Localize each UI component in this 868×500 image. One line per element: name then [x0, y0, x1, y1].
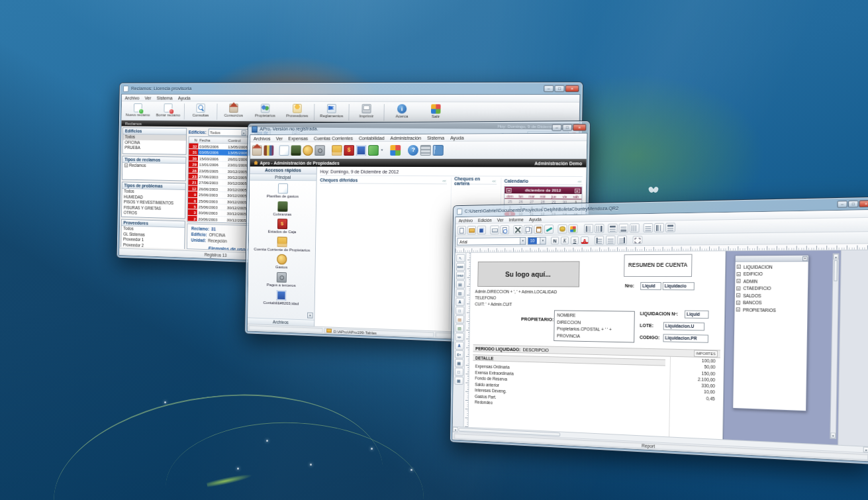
- windows-button[interactable]: [568, 224, 577, 233]
- maximize-button[interactable]: □: [562, 124, 572, 130]
- underline-button[interactable]: S: [571, 236, 579, 244]
- tree-item-saldos[interactable]: +SALDOS: [735, 292, 808, 300]
- menu-informe[interactable]: Informe: [509, 217, 524, 223]
- memo-tool[interactable]: □: [456, 307, 464, 315]
- paste-button[interactable]: [534, 225, 543, 234]
- windows-icon[interactable]: [391, 145, 401, 156]
- expand-icon[interactable]: +: [736, 308, 740, 312]
- menu-ver[interactable]: Ver: [497, 217, 504, 223]
- close-button[interactable]: ×: [565, 85, 579, 92]
- collapse-icon[interactable]: <<: [492, 179, 497, 183]
- close-icon[interactable]: ×: [802, 256, 808, 260]
- dbimage-tool[interactable]: ▦: [454, 359, 463, 368]
- menu-ayuda[interactable]: Ayuda: [529, 216, 542, 222]
- sidebar-item-planillas[interactable]: Planillas de gastos: [250, 183, 316, 199]
- telefono-field[interactable]: TELEFONO: [475, 295, 496, 300]
- tree-item[interactable]: +Reclamos: [122, 163, 185, 170]
- expand-icon[interactable]: +: [124, 164, 128, 168]
- menu-cuentas-corrientes[interactable]: Cuentas Corrientes: [314, 135, 353, 141]
- cuit-field[interactable]: CUIT: ' + Admin.CUIT: [475, 302, 512, 307]
- tree-window-titlebar[interactable]: ×: [736, 256, 808, 262]
- maximize-button[interactable]: □: [848, 200, 859, 207]
- sidebar-item-estados-caja[interactable]: Estados de Caja: [249, 219, 316, 234]
- calendar-prev-icon[interactable]: ◄: [506, 187, 511, 192]
- menu-archivo[interactable]: Archivo: [459, 217, 473, 223]
- library-icon[interactable]: [264, 145, 273, 156]
- nro-field-2[interactable]: Liquidacio: [663, 282, 695, 290]
- subdetail-band-tool[interactable]: ▥: [456, 289, 464, 297]
- scroll-up-icon[interactable]: ▲: [834, 254, 839, 259]
- new-claim-button[interactable]: Nuevo reclamo: [122, 102, 153, 117]
- menu-expensas[interactable]: Expensas: [288, 135, 308, 141]
- calendar-next-icon[interactable]: ►: [575, 188, 581, 193]
- coin-icon[interactable]: [303, 145, 313, 156]
- chevron-down-icon[interactable]: ▼: [381, 148, 383, 152]
- menu-sistema[interactable]: Sistema: [157, 95, 173, 101]
- scrollbar-thumb[interactable]: [834, 260, 838, 281]
- propietario-box[interactable]: NOMBRE DIRECCION Propietarios.CPOSTAL + …: [554, 310, 635, 342]
- reglamentos-button[interactable]: Reglamentos: [315, 103, 348, 118]
- format-brush-button[interactable]: [544, 225, 554, 234]
- admin-direccion-field[interactable]: Admin.DIRECCION + ', ' + Admin.LOCALIDAD: [475, 289, 557, 294]
- sheet-icon[interactable]: [279, 145, 289, 156]
- group-band-tool[interactable]: ▤: [456, 280, 464, 288]
- font-name-combo[interactable]: Arial▼: [457, 237, 526, 245]
- menu-archivo[interactable]: Archivo: [125, 95, 140, 101]
- menu-ver[interactable]: Ver: [276, 135, 283, 141]
- liquidacion-label[interactable]: LIQUIDACION Nº:: [640, 311, 679, 317]
- label-tool[interactable]: A: [456, 298, 464, 306]
- save-button[interactable]: [477, 225, 487, 234]
- propietarios-button[interactable]: Propietarios: [249, 103, 281, 118]
- logo-placeholder[interactable]: Su logo aquí...: [477, 261, 579, 287]
- menu-sistema[interactable]: Sistema: [427, 134, 444, 140]
- consultas-button[interactable]: Consultas: [185, 102, 217, 117]
- same-height-button[interactable]: [665, 223, 675, 232]
- notebook-icon[interactable]: [433, 144, 444, 155]
- tree-item-edificio[interactable]: +EDIFICIO: [735, 270, 808, 277]
- expand-icon[interactable]: +: [736, 286, 740, 290]
- chart-tool[interactable]: ▩: [454, 376, 463, 385]
- expression-tool[interactable]: E=: [455, 350, 463, 359]
- collections-icon[interactable]: [291, 145, 301, 156]
- help-icon[interactable]: [408, 144, 418, 155]
- titlebar[interactable]: APro. Versión no registrada. – □ ×: [252, 122, 586, 134]
- accounting-screen-icon[interactable]: [356, 145, 367, 156]
- folder-icon[interactable]: [332, 145, 342, 156]
- expand-icon[interactable]: +: [736, 301, 740, 305]
- align-right-button[interactable]: [595, 224, 604, 233]
- expand-icon[interactable]: +: [736, 272, 740, 276]
- sidebar-item-gastos[interactable]: Gastos: [248, 254, 315, 270]
- dbtext-tool[interactable]: A: [455, 342, 463, 350]
- salir-button[interactable]: Salir: [418, 103, 453, 119]
- collapse-icon[interactable]: <<: [577, 179, 583, 183]
- minimize-button[interactable]: –: [552, 124, 561, 130]
- collapse-icon[interactable]: <<: [442, 179, 447, 183]
- summary-title-box[interactable]: RESUMEN DE CUENTA: [624, 254, 692, 277]
- italic-button[interactable]: K: [561, 236, 569, 244]
- tree-item-ctaedificio[interactable]: +CTAEDIFICIO: [735, 285, 808, 292]
- menu-ayuda[interactable]: Ayuda: [450, 134, 464, 140]
- center-horizontal-button[interactable]: [630, 223, 640, 232]
- proveedores-button[interactable]: Proveedores: [281, 103, 313, 118]
- copy-button[interactable]: [524, 225, 533, 234]
- align-text-center-button[interactable]: [606, 236, 616, 245]
- child-band-tool[interactable]: CHILD: [456, 272, 464, 279]
- sidebar-item-cobranzas[interactable]: Cobranzas: [250, 201, 316, 217]
- sidebar-item-cta-cte[interactable]: Cuenta Corriente de Propietarios: [249, 236, 316, 252]
- cut-button[interactable]: [513, 225, 522, 234]
- font-color-button[interactable]: A: [581, 236, 589, 244]
- codigo-field[interactable]: Liquidacion.PR: [663, 334, 708, 342]
- codigo-label[interactable]: CODIGO:: [640, 335, 659, 340]
- expand-icon[interactable]: +: [736, 279, 740, 283]
- lote-label[interactable]: LOTE:: [640, 323, 653, 328]
- menu-ayuda[interactable]: Ayuda: [178, 95, 191, 101]
- report-canvas[interactable]: Su logo aquí... RESUMEN DE CUENTA Nro: L…: [469, 251, 726, 439]
- new-button[interactable]: [458, 226, 466, 234]
- image-tool[interactable]: ▨: [455, 315, 463, 323]
- scroll-down-icon[interactable]: ▼: [830, 432, 836, 438]
- expand-icon[interactable]: +: [736, 293, 740, 297]
- titlebar[interactable]: Reclamos: Licencia provisoria – □ ×: [123, 83, 579, 93]
- chevron-down-icon[interactable]: ▼: [520, 238, 525, 244]
- imprimir-button[interactable]: Imprimir: [350, 103, 383, 118]
- tree-item-propietarios[interactable]: +PROPIETARIOS: [735, 306, 808, 314]
